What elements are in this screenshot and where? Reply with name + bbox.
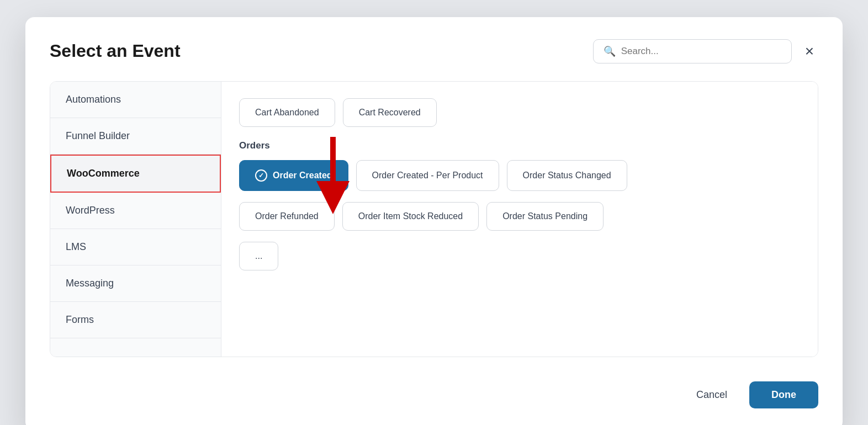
event-btn-cart-abandoned[interactable]: Cart Abandoned xyxy=(239,98,335,127)
modal-footer: Cancel Done xyxy=(50,373,818,408)
orders-section-label: Orders xyxy=(239,140,800,151)
partial-event-btn[interactable]: ... xyxy=(239,242,278,270)
sidebar-item-messaging[interactable]: Messaging xyxy=(50,265,221,302)
event-btn-order-refunded[interactable]: Order Refunded xyxy=(239,202,335,231)
event-btn-cart-recovered[interactable]: Cart Recovered xyxy=(343,98,437,127)
check-icon: ✓ xyxy=(255,169,267,182)
content-area: Cart Abandoned Cart Recovered Orders ✓ xyxy=(221,82,818,357)
close-button[interactable]: × xyxy=(801,41,818,61)
modal-title: Select an Event xyxy=(50,41,181,61)
orders-event-grid-2: Order Refunded Order Item Stock Reduced … xyxy=(239,202,800,231)
event-btn-order-status-pending[interactable]: Order Status Pending xyxy=(486,202,604,231)
orders-event-grid: ✓ Order Created Order Created - Per Prod… xyxy=(239,160,800,191)
modal-body: Automations Funnel Builder WooCommerce W… xyxy=(50,81,818,357)
sidebar-item-automations[interactable]: Automations xyxy=(50,82,221,118)
sidebar-item-lms[interactable]: LMS xyxy=(50,229,221,265)
sidebar: Automations Funnel Builder WooCommerce W… xyxy=(50,82,221,357)
sidebar-item-forms[interactable]: Forms xyxy=(50,302,221,338)
event-btn-order-status-changed[interactable]: Order Status Changed xyxy=(507,160,627,191)
sidebar-item-woocommerce[interactable]: WooCommerce xyxy=(50,155,221,193)
modal-container: Select an Event 🔍 × Automations Funnel B… xyxy=(25,17,843,426)
event-btn-order-created-per-product[interactable]: Order Created - Per Product xyxy=(356,160,499,191)
cancel-button[interactable]: Cancel xyxy=(685,382,738,407)
modal-overlay: Select an Event 🔍 × Automations Funnel B… xyxy=(11,11,857,425)
sidebar-item-wordpress[interactable]: WordPress xyxy=(50,193,221,229)
search-box: 🔍 xyxy=(593,39,792,63)
modal-header: Select an Event 🔍 × xyxy=(50,39,818,63)
event-btn-order-item-stock-reduced[interactable]: Order Item Stock Reduced xyxy=(342,202,479,231)
search-input[interactable] xyxy=(621,46,781,57)
done-button[interactable]: Done xyxy=(749,381,818,408)
sidebar-item-funnel-builder[interactable]: Funnel Builder xyxy=(50,118,221,155)
search-icon: 🔍 xyxy=(604,45,616,57)
event-btn-order-created[interactable]: ✓ Order Created xyxy=(239,160,348,191)
partial-events-row: ... xyxy=(239,242,800,270)
header-right: 🔍 × xyxy=(593,39,818,63)
top-events-grid: Cart Abandoned Cart Recovered xyxy=(239,98,800,127)
